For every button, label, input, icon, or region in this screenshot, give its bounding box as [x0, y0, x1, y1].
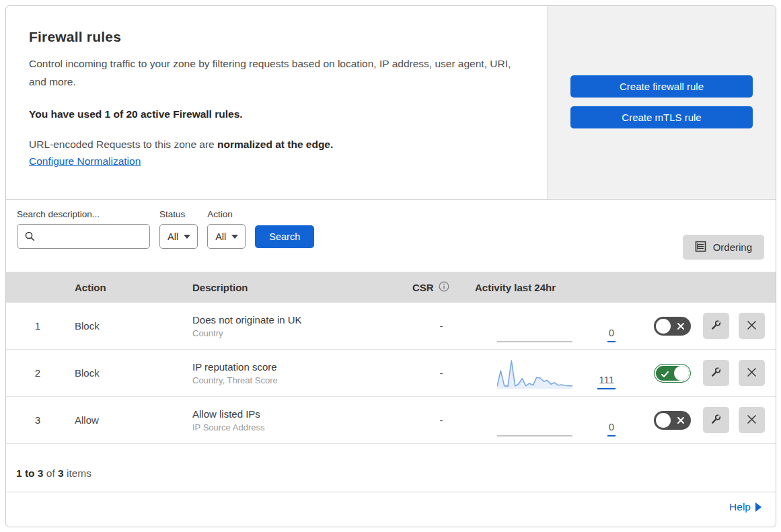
activity-column-header: Activity last 24hr [470, 282, 618, 293]
search-label: Search description... [17, 209, 150, 219]
chevron-down-icon [184, 235, 190, 239]
rule-action: Block [69, 367, 188, 379]
cross-icon [677, 415, 685, 426]
delete-rule-button[interactable] [739, 407, 765, 433]
create-firewall-rule-button[interactable]: Create firewall rule [570, 75, 753, 98]
rule-description: Does not originate in UK [192, 314, 403, 326]
rule-enabled-toggle[interactable] [654, 317, 691, 336]
search-icon [24, 231, 36, 245]
status-filter-group: Status All [159, 209, 198, 249]
create-mtls-rule-button[interactable]: Create mTLS rule [570, 106, 753, 128]
usage-text: You have used 1 of 20 active Firewall ru… [29, 108, 520, 120]
status-dropdown[interactable]: All [159, 224, 198, 249]
page-title: Firewall rules [29, 29, 520, 45]
normalization-bold: normalized at the edge. [217, 139, 333, 150]
edit-rule-button[interactable] [703, 360, 729, 386]
csr-column-label: CSR [412, 282, 434, 293]
activity-sparkline [497, 311, 572, 342]
pagination-summary: 1 to 3 of 3 items [6, 444, 776, 492]
activity-count-link[interactable]: 0 [607, 327, 616, 342]
ordering-button[interactable]: Ordering [683, 235, 764, 260]
rule-fields: IP Source Address [192, 422, 403, 432]
header-section: Firewall rules Control incoming traffic … [6, 6, 776, 200]
rule-csr: - [403, 320, 470, 332]
header-actions-panel: Create firewall rule Create mTLS rule [547, 6, 776, 199]
rule-priority: 3 [6, 414, 69, 426]
search-input[interactable] [17, 224, 150, 249]
help-link-label: Help [729, 501, 751, 513]
delete-rule-button[interactable] [739, 313, 765, 339]
ordering-button-label: Ordering [713, 241, 752, 253]
action-dropdown[interactable]: All [207, 224, 246, 249]
range-text: 1 to 3 [16, 467, 43, 479]
normalization-prefix: URL-encoded Requests to this zone are [29, 139, 217, 150]
search-button[interactable]: Search [255, 225, 314, 248]
delete-rule-button[interactable] [739, 360, 765, 386]
arrow-right-icon [755, 502, 761, 512]
edit-rule-button[interactable] [703, 407, 729, 433]
activity-count-link[interactable]: 0 [607, 421, 616, 436]
action-column-header: Action [69, 282, 188, 293]
items-text: items [67, 467, 91, 479]
action-dropdown-value: All [215, 231, 226, 242]
table-row: 3 Allow Allow listed IPs IP Source Addre… [6, 397, 776, 444]
table-header: Action Description CSR Activity last 24h… [6, 272, 776, 303]
rule-csr: - [403, 367, 470, 379]
description-column-header: Description [188, 282, 403, 293]
rule-description: Allow listed IPs [192, 408, 403, 420]
status-dropdown-value: All [168, 231, 178, 242]
of-text: of [46, 467, 55, 479]
rule-fields: Country, Threat Score [192, 375, 403, 385]
table-row: 1 Block Does not originate in UK Country… [6, 303, 776, 350]
activity-count-link[interactable]: 111 [597, 374, 616, 389]
total-count: 3 [58, 467, 64, 479]
check-icon [661, 369, 669, 381]
rule-description: IP reputation score [192, 361, 403, 373]
chevron-down-icon [231, 235, 238, 239]
csr-column-header: CSR [403, 281, 470, 294]
search-group: Search description... [17, 209, 150, 249]
close-icon [746, 367, 757, 380]
activity-sparkline [497, 406, 572, 436]
rule-action: Allow [69, 414, 188, 426]
help-bar: Help [6, 492, 776, 521]
toggle-knob [674, 366, 689, 381]
rule-enabled-toggle[interactable] [654, 411, 691, 430]
activity-sparkline [497, 358, 572, 389]
rule-csr: - [403, 414, 470, 426]
close-icon [746, 414, 757, 427]
close-icon [746, 319, 757, 333]
toggle-knob [656, 319, 671, 334]
wrench-icon [710, 319, 722, 334]
page-description: Control incoming traffic to your zone by… [29, 55, 520, 91]
list-document-icon [695, 241, 706, 254]
action-label: Action [207, 209, 246, 219]
rule-priority: 1 [6, 320, 69, 332]
configure-normalization-link[interactable]: Configure Normalization [29, 155, 141, 167]
cross-icon [677, 321, 685, 332]
filter-bar: Search description... Status All Action [6, 200, 776, 272]
header-text-block: Firewall rules Control incoming traffic … [6, 6, 547, 199]
rule-action: Block [69, 320, 188, 332]
rule-priority: 2 [6, 367, 69, 379]
info-icon[interactable] [439, 281, 449, 294]
normalization-text: URL-encoded Requests to this zone are no… [29, 139, 520, 151]
rule-fields: Country [192, 328, 403, 338]
table-row: 2 Block IP reputation score Country, Thr… [6, 350, 776, 397]
help-link[interactable]: Help [729, 501, 761, 513]
toggle-knob [656, 413, 671, 428]
action-filter-group: Action All [207, 209, 246, 249]
edit-rule-button[interactable] [703, 313, 729, 339]
wrench-icon [710, 413, 722, 428]
status-label: Status [159, 209, 198, 219]
firewall-rules-card: Firewall rules Control incoming traffic … [5, 5, 776, 527]
rule-enabled-toggle[interactable] [654, 364, 691, 383]
wrench-icon [710, 366, 722, 381]
